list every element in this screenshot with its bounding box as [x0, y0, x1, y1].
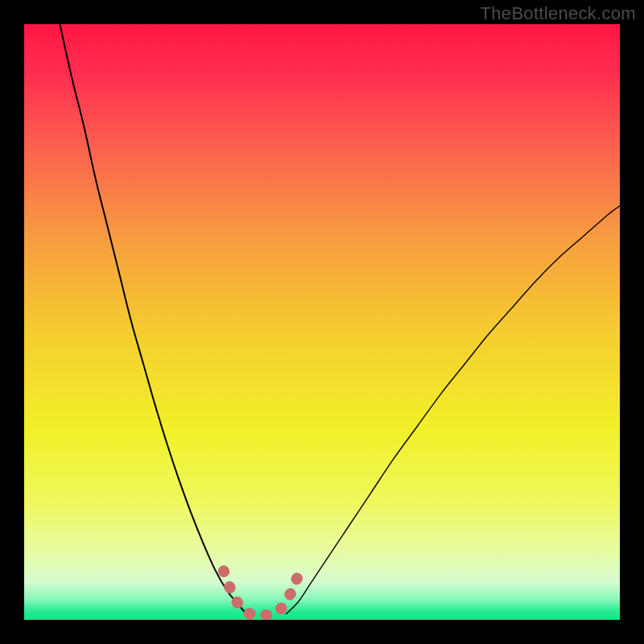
plot-area: [24, 24, 620, 620]
chart-svg: [24, 24, 620, 620]
gradient-background: [24, 24, 620, 620]
chart-frame: TheBottleneck.com: [0, 0, 644, 644]
watermark-text: TheBottleneck.com: [481, 3, 636, 24]
